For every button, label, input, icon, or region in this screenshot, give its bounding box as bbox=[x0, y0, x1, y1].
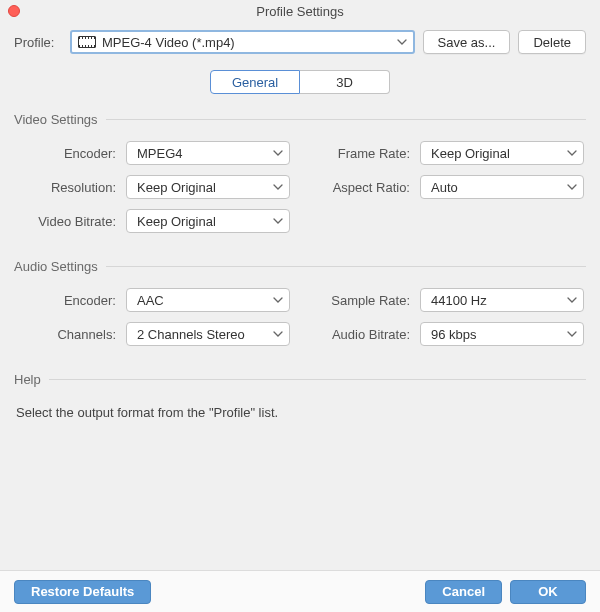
tab-general[interactable]: General bbox=[210, 70, 300, 94]
help-legend: Help bbox=[14, 372, 49, 387]
delete-button[interactable]: Delete bbox=[518, 30, 586, 54]
channels-select[interactable]: 2 Channels Stereo bbox=[126, 322, 290, 346]
chevron-down-icon bbox=[271, 150, 285, 156]
window-title: Profile Settings bbox=[8, 4, 592, 19]
chevron-down-icon bbox=[565, 297, 579, 303]
video-settings-group: Video Settings Encoder: MPEG4 Frame Rate… bbox=[14, 112, 586, 233]
help-text: Select the output format from the "Profi… bbox=[14, 401, 586, 424]
mpeg-icon bbox=[78, 36, 96, 48]
titlebar: Profile Settings bbox=[0, 0, 600, 22]
video-bitrate-label: Video Bitrate: bbox=[16, 214, 126, 229]
profile-select-value: MPEG-4 Video (*.mp4) bbox=[102, 35, 395, 50]
resolution-label: Resolution: bbox=[16, 180, 126, 195]
chevron-down-icon bbox=[271, 218, 285, 224]
audio-settings-group: Audio Settings Encoder: AAC Sample Rate:… bbox=[14, 259, 586, 346]
chevron-down-icon bbox=[271, 331, 285, 337]
chevron-down-icon bbox=[565, 184, 579, 190]
audio-bitrate-select[interactable]: 96 kbps bbox=[420, 322, 584, 346]
audio-encoder-select[interactable]: AAC bbox=[126, 288, 290, 312]
save-as-button[interactable]: Save as... bbox=[423, 30, 511, 54]
frame-rate-label: Frame Rate: bbox=[310, 146, 420, 161]
video-settings-legend: Video Settings bbox=[14, 112, 106, 127]
sample-rate-select[interactable]: 44100 Hz bbox=[420, 288, 584, 312]
sample-rate-label: Sample Rate: bbox=[310, 293, 420, 308]
cancel-button[interactable]: Cancel bbox=[425, 580, 502, 604]
aspect-ratio-select[interactable]: Auto bbox=[420, 175, 584, 199]
profile-select[interactable]: MPEG-4 Video (*.mp4) bbox=[70, 30, 415, 54]
bottom-bar: Restore Defaults Cancel OK bbox=[0, 570, 600, 612]
frame-rate-select[interactable]: Keep Original bbox=[420, 141, 584, 165]
channels-label: Channels: bbox=[16, 327, 126, 342]
video-encoder-select[interactable]: MPEG4 bbox=[126, 141, 290, 165]
restore-defaults-button[interactable]: Restore Defaults bbox=[14, 580, 151, 604]
audio-bitrate-label: Audio Bitrate: bbox=[310, 327, 420, 342]
aspect-ratio-label: Aspect Ratio: bbox=[310, 180, 420, 195]
chevron-down-icon bbox=[565, 331, 579, 337]
chevron-down-icon bbox=[395, 39, 409, 45]
audio-encoder-label: Encoder: bbox=[16, 293, 126, 308]
ok-button[interactable]: OK bbox=[510, 580, 586, 604]
profile-label: Profile: bbox=[14, 35, 62, 50]
chevron-down-icon bbox=[271, 297, 285, 303]
content-area: Profile: MPEG-4 Video (*.mp4) Save as...… bbox=[0, 22, 600, 424]
chevron-down-icon bbox=[271, 184, 285, 190]
help-group: Help Select the output format from the "… bbox=[14, 372, 586, 424]
audio-settings-legend: Audio Settings bbox=[14, 259, 106, 274]
tab-3d[interactable]: 3D bbox=[300, 70, 390, 94]
tab-bar: General 3D bbox=[14, 70, 586, 94]
chevron-down-icon bbox=[565, 150, 579, 156]
video-bitrate-select[interactable]: Keep Original bbox=[126, 209, 290, 233]
profile-row: Profile: MPEG-4 Video (*.mp4) Save as...… bbox=[14, 30, 586, 54]
resolution-select[interactable]: Keep Original bbox=[126, 175, 290, 199]
video-encoder-label: Encoder: bbox=[16, 146, 126, 161]
